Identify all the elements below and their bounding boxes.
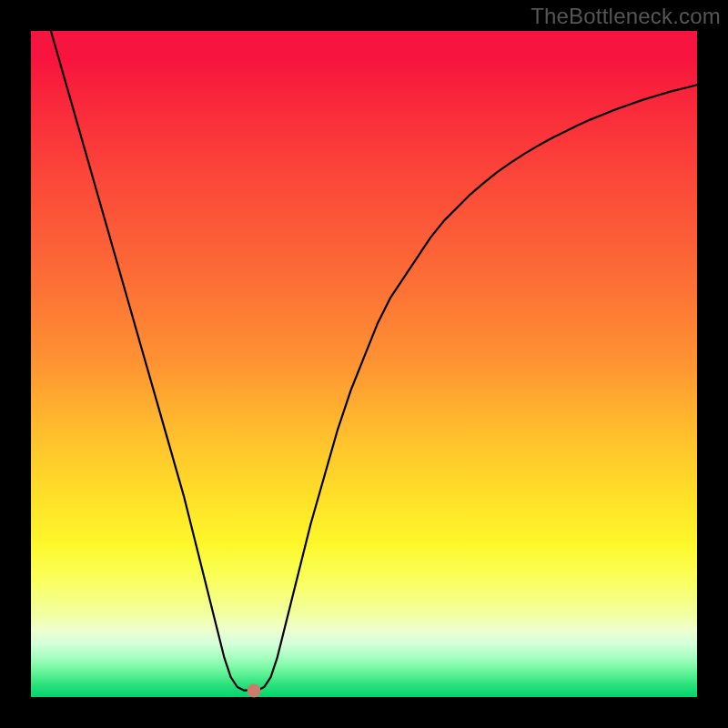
- minimum-marker: [248, 683, 261, 697]
- watermark-text: TheBottleneck.com: [531, 4, 721, 29]
- bottleneck-curve: [31, 31, 697, 697]
- plot-area: [31, 31, 697, 697]
- chart-container: TheBottleneck.com: [0, 0, 728, 728]
